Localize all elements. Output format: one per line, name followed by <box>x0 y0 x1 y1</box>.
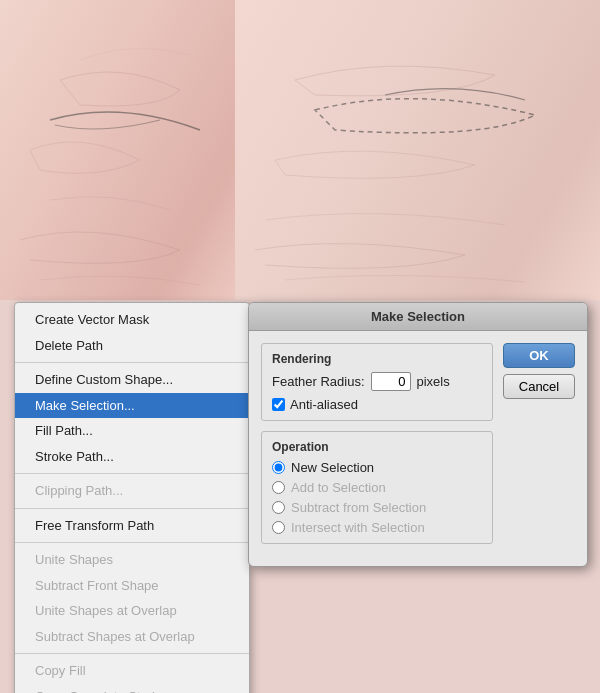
add-to-selection-label[interactable]: Add to Selection <box>291 480 386 495</box>
separator-2 <box>15 473 249 474</box>
dialog-buttons: OK Cancel <box>503 343 575 554</box>
menu-item-delete-path[interactable]: Delete Path <box>15 333 249 359</box>
anti-aliased-checkbox[interactable] <box>272 398 285 411</box>
menu-item-create-vector-mask[interactable]: Create Vector Mask <box>15 307 249 333</box>
sketch-left <box>0 0 235 300</box>
menu-item-unite-shapes: Unite Shapes <box>15 547 249 573</box>
separator-3 <box>15 508 249 509</box>
dialog-main: Rendering Feather Radius: pixels Anti-al… <box>261 343 493 554</box>
cancel-button[interactable]: Cancel <box>503 374 575 399</box>
dialog-title: Make Selection <box>371 309 465 324</box>
menu-item-fill-path[interactable]: Fill Path... <box>15 418 249 444</box>
rendering-legend: Rendering <box>272 352 482 366</box>
menu-item-subtract-front-shape: Subtract Front Shape <box>15 573 249 599</box>
separator-4 <box>15 542 249 543</box>
feather-unit: pixels <box>417 374 450 389</box>
separator-5 <box>15 653 249 654</box>
bg-right <box>235 0 600 300</box>
dialog-body: Rendering Feather Radius: pixels Anti-al… <box>249 331 587 566</box>
sketch-right <box>235 0 600 300</box>
radio-new-selection: New Selection <box>272 460 482 475</box>
feather-row: Feather Radius: pixels <box>272 372 482 391</box>
menu-item-unite-shapes-at-overlap: Unite Shapes at Overlap <box>15 598 249 624</box>
menu-item-copy-fill: Copy Fill <box>15 658 249 684</box>
menu-item-copy-complete-stroke: Copy Complete Stroke <box>15 684 249 694</box>
menu-item-clipping-path: Clipping Path... <box>15 478 249 504</box>
radio-add-to-selection: Add to Selection <box>272 480 482 495</box>
dialog-titlebar: Make Selection <box>249 303 587 331</box>
menu-item-make-selection[interactable]: Make Selection... <box>15 393 249 419</box>
operation-radio-group: New Selection Add to Selection Subtract … <box>272 460 482 535</box>
intersect-with-selection-label[interactable]: Intersect with Selection <box>291 520 425 535</box>
new-selection-label[interactable]: New Selection <box>291 460 374 475</box>
radio-subtract-from-selection: Subtract from Selection <box>272 500 482 515</box>
feather-radius-input[interactable] <box>371 372 411 391</box>
rendering-group: Rendering Feather Radius: pixels Anti-al… <box>261 343 493 421</box>
radio-intersect-with-selection: Intersect with Selection <box>272 520 482 535</box>
menu-item-subtract-shapes-at-overlap: Subtract Shapes at Overlap <box>15 624 249 650</box>
separator-1 <box>15 362 249 363</box>
context-menu: Create Vector Mask Delete Path Define Cu… <box>14 302 250 693</box>
subtract-from-selection-radio[interactable] <box>272 501 285 514</box>
menu-item-stroke-path[interactable]: Stroke Path... <box>15 444 249 470</box>
bg-left <box>0 0 235 300</box>
make-selection-dialog: Make Selection Rendering Feather Radius:… <box>248 302 588 567</box>
anti-aliased-label[interactable]: Anti-aliased <box>290 397 358 412</box>
feather-label: Feather Radius: <box>272 374 365 389</box>
intersect-with-selection-radio[interactable] <box>272 521 285 534</box>
operation-group: Operation New Selection Add to Selection… <box>261 431 493 544</box>
background-area <box>0 0 600 300</box>
menu-item-free-transform-path[interactable]: Free Transform Path <box>15 513 249 539</box>
operation-legend: Operation <box>272 440 482 454</box>
menu-item-define-custom-shape[interactable]: Define Custom Shape... <box>15 367 249 393</box>
add-to-selection-radio[interactable] <box>272 481 285 494</box>
subtract-from-selection-label[interactable]: Subtract from Selection <box>291 500 426 515</box>
new-selection-radio[interactable] <box>272 461 285 474</box>
ok-button[interactable]: OK <box>503 343 575 368</box>
anti-aliased-row: Anti-aliased <box>272 397 482 412</box>
